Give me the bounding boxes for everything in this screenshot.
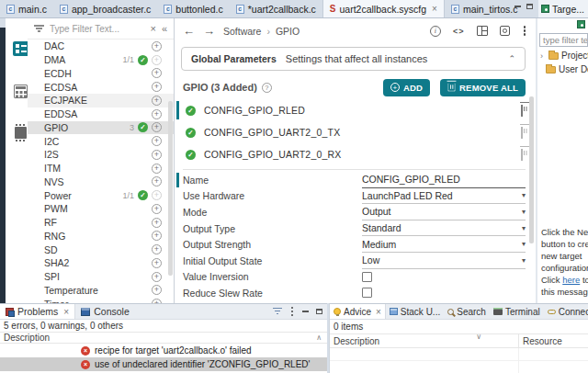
help-icon[interactable]: ? xyxy=(262,83,272,93)
name-input[interactable]: CONFIG_GPIO_RLED xyxy=(362,172,526,188)
tab-console[interactable]: Console xyxy=(75,304,135,319)
module-item-ecjpake[interactable]: ECJPAKE+ xyxy=(28,94,174,107)
instance-row-uart2-rx[interactable]: ✓ CONFIG_GPIO_UART2_0_RX xyxy=(175,143,526,165)
mode-select[interactable]: Output▾ xyxy=(362,204,526,220)
close-icon[interactable]: × xyxy=(432,4,437,14)
view-menu-icon[interactable] xyxy=(291,311,294,313)
device-view-icon[interactable] xyxy=(15,127,27,139)
module-item-sha2[interactable]: SHA2+ xyxy=(28,256,174,270)
module-item-temperature[interactable]: Temperature+ xyxy=(28,284,174,298)
add-module-icon[interactable]: + xyxy=(152,164,162,174)
forward-icon[interactable]: → xyxy=(203,24,215,38)
add-module-icon[interactable]: + xyxy=(152,272,162,282)
back-icon[interactable]: ← xyxy=(183,24,195,38)
tab-target-configurations[interactable]: Targe... × xyxy=(538,0,588,18)
hide-message-link[interactable]: here xyxy=(562,275,580,285)
module-item-i2c[interactable]: I2C+ xyxy=(28,134,174,148)
editor-scrollbar[interactable] xyxy=(529,96,534,243)
module-item-dac[interactable]: DAC+ xyxy=(28,40,174,53)
maximize-icon[interactable] xyxy=(316,309,322,314)
add-module-icon[interactable]: + xyxy=(152,68,162,78)
initial-output-state-select[interactable]: Low▾ xyxy=(362,253,526,269)
module-item-sd[interactable]: SD+ xyxy=(28,243,174,256)
sort-asc-icon[interactable]: ∧ xyxy=(316,333,322,342)
column-description[interactable]: Description∨ xyxy=(330,334,519,347)
add-module-icon[interactable]: + xyxy=(152,231,162,241)
collapse-panel-icon[interactable]: « xyxy=(162,23,167,34)
breadcrumb-software[interactable]: Software xyxy=(223,26,261,37)
tab-main-c[interactable]: c main.c xyxy=(0,0,53,17)
remove-all-button[interactable]: REMOVE ALL xyxy=(440,79,526,96)
add-button[interactable]: + ADD xyxy=(383,79,430,96)
instance-row-uart2-tx[interactable]: ✓ CONFIG_GPIO_UART2_0_TX xyxy=(175,121,526,143)
global-parameters-box[interactable]: Global Parameters Settings that affect a… xyxy=(181,47,526,71)
add-module-icon[interactable]: + xyxy=(152,41,162,51)
advice-table-header[interactable]: Description∨ Resource xyxy=(330,333,588,348)
close-icon[interactable]: × xyxy=(376,307,381,317)
module-item-itm[interactable]: ITM+ xyxy=(28,162,174,175)
module-item-rng[interactable]: RNG+ xyxy=(28,230,174,243)
output-type-select[interactable]: Standard▾ xyxy=(362,220,526,237)
module-item-rf[interactable]: RF+ xyxy=(28,216,174,230)
module-item-i2s[interactable]: I2S+ xyxy=(28,148,174,162)
module-item-nvs[interactable]: NVS+ xyxy=(28,175,174,189)
add-module-icon[interactable]: + xyxy=(152,285,162,295)
module-item-power[interactable]: Power1/1✓+ xyxy=(28,188,174,202)
problem-row[interactable]: × recipe for target 'uart2callback.o' fa… xyxy=(0,344,327,357)
output-strength-select[interactable]: Medium▾ xyxy=(362,236,526,253)
chevron-up-icon[interactable]: ⌃ xyxy=(508,54,515,63)
module-item-timer[interactable]: Timer+ xyxy=(28,297,174,303)
tab-main-tirtos-c[interactable]: c main_tirtos.c xyxy=(445,0,525,17)
tab-connections[interactable]: Connec... xyxy=(544,304,588,319)
reduce-slew-rate-checkbox[interactable] xyxy=(362,288,372,298)
add-module-icon[interactable]: + xyxy=(152,218,162,228)
value-inversion-checkbox[interactable] xyxy=(362,272,372,282)
delete-instance-button[interactable] xyxy=(521,105,523,116)
tree-item-projects[interactable]: › Projects xyxy=(537,49,588,62)
instance-row-rled[interactable]: ✓ CONFIG_GPIO_RLED xyxy=(175,99,526,121)
add-module-icon[interactable]: + xyxy=(152,82,162,92)
filter-icon[interactable] xyxy=(273,308,282,316)
column-resource[interactable]: Resource xyxy=(519,334,588,347)
tab-terminal[interactable]: Terminal xyxy=(490,304,544,319)
tab-app-broadcaster-c[interactable]: c app_broadcaster.c xyxy=(53,0,157,17)
device-pinout-icon[interactable] xyxy=(500,26,510,36)
use-hardware-select[interactable]: LaunchPad LED Red▾ xyxy=(362,188,526,205)
target-filter-input[interactable]: type filter text xyxy=(539,33,588,47)
add-module-icon[interactable]: + xyxy=(152,109,162,119)
tab-problems[interactable]: Problems × xyxy=(0,304,75,319)
delete-instance-button[interactable] xyxy=(521,149,523,160)
tree-item-user-defined[interactable]: User Defined xyxy=(537,62,588,76)
code-view-icon[interactable]: <> xyxy=(453,27,465,36)
tab-search[interactable]: Search xyxy=(444,304,490,319)
tab-uart2callback-c[interactable]: c *uart2callback.c xyxy=(230,0,322,17)
add-module-icon[interactable]: + xyxy=(152,150,162,160)
module-item-eddsa[interactable]: EDDSA+ xyxy=(28,107,174,121)
tab-buttonled-c[interactable]: c buttonled.c xyxy=(157,0,229,17)
module-filter-input[interactable]: Type Filter Text... xyxy=(50,24,144,34)
info-icon[interactable]: i xyxy=(430,26,441,37)
maximize-icon[interactable] xyxy=(526,4,533,9)
new-target-config-icon[interactable] xyxy=(577,20,585,28)
module-item-gpio[interactable]: GPIO3✓+ xyxy=(28,121,174,135)
problems-table-header[interactable]: Description ∧ xyxy=(0,332,327,344)
module-list-scrollbar[interactable] xyxy=(168,101,173,276)
add-module-icon[interactable]: + xyxy=(152,204,162,214)
minimize-icon[interactable] xyxy=(514,6,521,7)
add-module-icon[interactable]: + xyxy=(152,244,162,254)
delete-instance-button[interactable] xyxy=(521,127,523,138)
calculator-view-icon[interactable] xyxy=(14,85,28,98)
chevron-right-icon[interactable]: › xyxy=(540,51,546,61)
tab-uart2callback-syscfg[interactable]: S uart2callback.syscfg × xyxy=(322,0,445,17)
module-item-pwm[interactable]: PWM+ xyxy=(28,202,174,216)
module-item-spi[interactable]: SPI+ xyxy=(28,270,174,284)
add-module-icon[interactable]: + xyxy=(152,136,162,146)
module-item-ecdsa[interactable]: ECDSA+ xyxy=(28,80,174,94)
module-item-ecdh[interactable]: ECDH+ xyxy=(28,67,174,81)
add-module-icon[interactable]: + xyxy=(152,96,162,106)
close-icon[interactable]: × xyxy=(63,307,69,317)
add-module-icon[interactable]: + xyxy=(152,122,162,132)
minimize-icon[interactable] xyxy=(302,311,309,312)
add-module-icon[interactable]: + xyxy=(152,258,162,268)
board-view-icon[interactable] xyxy=(477,26,488,36)
